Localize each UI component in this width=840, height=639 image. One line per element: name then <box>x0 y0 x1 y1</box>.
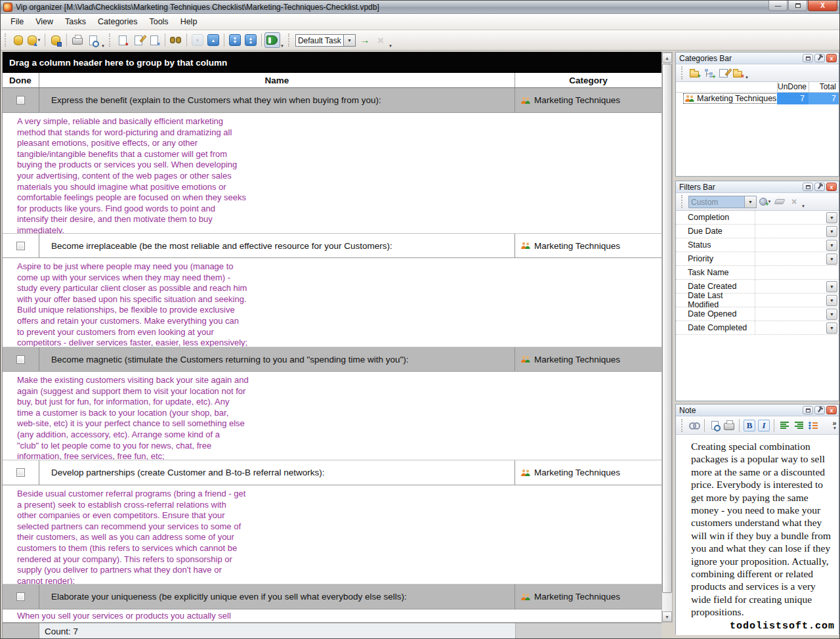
filter-value[interactable] <box>755 238 825 252</box>
filter-value[interactable] <box>755 321 825 334</box>
align-right-button[interactable] <box>791 418 806 433</box>
note-toolbar-overflow[interactable]: »▼ <box>832 420 837 431</box>
new-database-button[interactable] <box>10 32 26 48</box>
align-left-button[interactable] <box>777 418 791 433</box>
filter-preset-value[interactable]: Custom <box>688 196 745 208</box>
filter-dropdown[interactable]: ▼ <box>826 309 837 320</box>
open-database-button[interactable]: ▲▼ <box>26 32 42 48</box>
filter-value[interactable] <box>755 294 825 307</box>
filter-dropdown[interactable]: ▼ <box>826 281 837 292</box>
undone-column-header[interactable]: UnDone <box>777 82 808 92</box>
table-row[interactable]: Develop partnerships (create Customer an… <box>3 460 662 485</box>
done-checkbox[interactable] <box>16 242 25 250</box>
menu-tasks[interactable]: Tasks <box>59 15 92 28</box>
print-button[interactable] <box>70 32 85 48</box>
new-category-button[interactable]: + <box>687 66 702 80</box>
notes-toggle-button[interactable] <box>264 32 280 48</box>
menu-categories[interactable]: Categories <box>92 15 143 28</box>
category-row[interactable]: Marketing Techniques 7 7 <box>676 93 839 104</box>
filter-dropdown[interactable]: ▼ <box>826 240 837 251</box>
panel-pin-button[interactable] <box>814 406 825 414</box>
bullet-list-button[interactable] <box>806 418 820 433</box>
italic-button[interactable]: I <box>757 418 771 433</box>
print-preview-button[interactable] <box>85 32 101 48</box>
find-button[interactable] <box>168 32 184 48</box>
insert-link-button[interactable] <box>687 418 702 433</box>
task-template-combo[interactable]: Default Task ▼ <box>295 34 356 47</box>
table-row[interactable]: Express the benefit (explain to the Cust… <box>3 88 662 113</box>
template-overflow-caret[interactable]: ▼ <box>388 44 392 48</box>
filters-overflow-caret[interactable]: ▼ <box>801 204 805 208</box>
move-up-button[interactable]: ▲ <box>205 32 221 48</box>
panel-close-button[interactable]: x <box>826 54 837 62</box>
save-filter-button[interactable]: +▼ <box>758 194 772 209</box>
note-preview-button[interactable] <box>707 418 722 433</box>
vertical-scrollbar[interactable]: ▲ ▼ <box>662 52 673 623</box>
toolbar-grip[interactable] <box>288 33 291 47</box>
panel-close-button[interactable]: x <box>826 406 837 414</box>
done-checkbox[interactable] <box>16 468 25 477</box>
edit-task-button[interactable] <box>131 32 146 48</box>
panel-pin-button[interactable] <box>814 183 825 191</box>
filter-dropdown[interactable]: ▼ <box>826 322 837 334</box>
filter-value[interactable] <box>755 252 825 265</box>
filter-value[interactable] <box>755 307 825 320</box>
delete-category-button[interactable]: × <box>730 66 745 80</box>
menu-help[interactable]: Help <box>175 15 203 28</box>
new-subcategory-button[interactable]: + <box>702 66 716 80</box>
save-database-button[interactable] <box>48 32 64 48</box>
table-row[interactable]: Become irreplaceable (be the most reliab… <box>3 234 662 258</box>
filter-value[interactable] <box>755 211 825 224</box>
filter-dropdown[interactable]: ▼ <box>826 226 837 237</box>
column-header-done[interactable]: Done <box>3 73 39 87</box>
column-header-name[interactable]: Name <box>39 73 515 87</box>
edit-category-button[interactable] <box>716 66 730 80</box>
group-by-dropzone[interactable]: Drag a column header here to group by th… <box>3 52 662 73</box>
filter-dropdown[interactable]: ▼ <box>826 295 837 306</box>
toolbar-grip[interactable] <box>681 195 684 208</box>
toolbar-grip[interactable] <box>681 66 684 79</box>
note-print-button[interactable] <box>722 418 736 433</box>
restore-button[interactable] <box>788 1 807 11</box>
column-header-category[interactable]: Category <box>515 73 662 87</box>
filter-preset-dropdown[interactable]: ▼ <box>745 196 757 208</box>
panel-pin-button[interactable] <box>814 54 825 62</box>
filters-bar-titlebar[interactable]: Filters Bar x <box>676 181 839 193</box>
task-template-value[interactable]: Default Task <box>295 34 344 47</box>
toolbar-grip[interactable] <box>109 33 112 47</box>
note-titlebar[interactable]: Note x <box>676 405 839 416</box>
menu-file[interactable]: File <box>5 15 30 28</box>
print-dropdown-caret[interactable]: ▼ <box>101 44 105 48</box>
table-row[interactable]: Become magnetic (stimulate the Customers… <box>3 347 662 372</box>
apply-template-button[interactable]: → <box>357 32 373 48</box>
menu-tools[interactable]: Tools <box>143 15 174 28</box>
filter-value[interactable] <box>755 266 839 279</box>
done-checkbox[interactable] <box>16 355 25 364</box>
move-down-button[interactable]: ▼ <box>190 32 205 48</box>
clear-filter-button[interactable] <box>772 194 787 209</box>
toolbar-grip[interactable] <box>5 33 8 47</box>
done-checkbox[interactable] <box>16 96 25 104</box>
panel-close-button[interactable]: x <box>826 183 837 191</box>
filter-dropdown[interactable]: ▼ <box>826 253 837 265</box>
panel-restore-button[interactable] <box>803 406 813 414</box>
toolbar-grip[interactable] <box>681 419 684 432</box>
filter-dropdown[interactable]: ▼ <box>826 212 837 223</box>
close-button[interactable]: X <box>808 1 837 11</box>
move-to-top-button[interactable]: ▲▲ <box>243 32 259 48</box>
title-bar[interactable]: Vip organizer [M:\Vlad\Checklists\Market… <box>1 1 840 14</box>
notes-dropdown-caret[interactable]: ▼ <box>280 44 284 48</box>
task-template-dropdown[interactable]: ▼ <box>344 34 356 47</box>
filter-preset-combo[interactable]: Custom ▼ <box>688 196 757 208</box>
bold-button[interactable]: B <box>742 418 757 433</box>
scroll-thumb[interactable] <box>662 64 672 593</box>
menu-view[interactable]: View <box>30 15 59 28</box>
panel-restore-button[interactable] <box>803 54 813 62</box>
filter-value[interactable] <box>755 280 825 293</box>
done-checkbox[interactable] <box>16 592 25 601</box>
categories-overflow-caret[interactable]: ▼ <box>745 76 749 79</box>
new-task-button[interactable]: ● <box>115 32 131 48</box>
delete-filter-button[interactable]: × <box>787 194 801 209</box>
delete-template-button[interactable]: × <box>373 32 388 48</box>
scroll-up-button[interactable]: ▲ <box>662 53 672 63</box>
